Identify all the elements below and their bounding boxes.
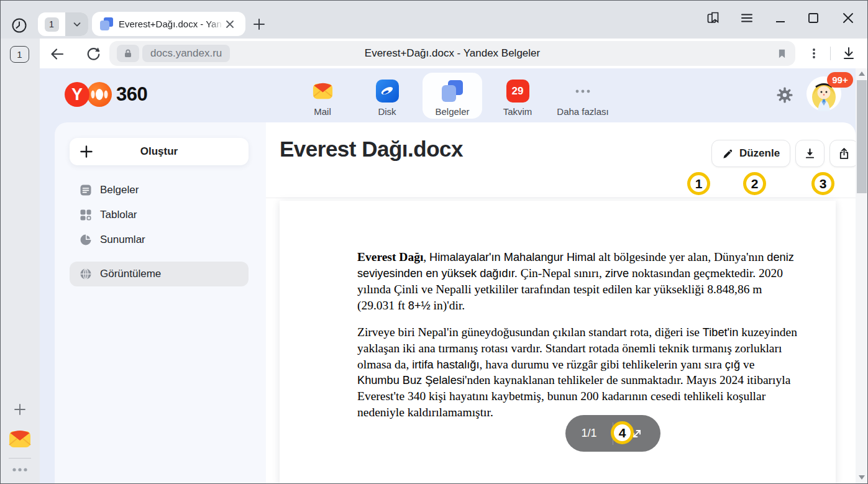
back-button[interactable] (47, 44, 67, 64)
yandex-360-logo[interactable]: Y 360 (65, 82, 147, 107)
create-button-label: Oluştur (70, 145, 249, 158)
browser-window: 1 Everest+Dağı.docx - Yan (0, 0, 868, 484)
scroll-up-arrow[interactable] (856, 68, 868, 79)
panel-more-icon[interactable] (10, 463, 30, 476)
settings-gear-icon[interactable] (774, 84, 795, 106)
sidebar-item-documents[interactable]: Belgeler (70, 178, 249, 203)
service-label: Daha fazlası (557, 106, 608, 117)
document-icon (80, 184, 92, 196)
tab-close-icon[interactable] (223, 17, 237, 31)
tab-group-thumbnail[interactable]: 1 (38, 12, 65, 36)
yandex-logo-letter: Y (65, 82, 89, 107)
new-tab-button[interactable] (250, 15, 268, 34)
app-content: Oluştur Belgeler Tablolar (55, 122, 856, 484)
tab-title: Everest+Dağı.docx - Yan (119, 19, 223, 29)
site-security-pill[interactable] (117, 45, 139, 62)
service-label: Takvim (503, 106, 532, 117)
document-text: Everest Dağı, Himalayalar'ın Mahalangur … (357, 249, 798, 431)
more-dots-icon (572, 80, 595, 103)
panel-add-icon[interactable] (10, 400, 30, 419)
tab-group[interactable]: 1 (38, 12, 88, 36)
service-more[interactable]: Daha fazlası (553, 73, 613, 119)
sidebar-item-tables[interactable]: Tablolar (70, 203, 249, 227)
scroll-down-arrow[interactable] (856, 472, 868, 483)
document-view-area: Everest Dağı.docx Düzenle E (266, 122, 856, 484)
edit-button-label: Düzenle (739, 147, 780, 160)
notification-badge: 99+ (827, 72, 853, 88)
browser-menu-icon[interactable] (737, 8, 757, 28)
edit-button[interactable]: Düzenle (711, 140, 790, 167)
share-document-button[interactable] (829, 140, 856, 167)
paragraph: Zirveye biri Nepal'in güneydoğusundan çı… (357, 324, 798, 421)
calendar-icon: 29 (506, 80, 529, 103)
docs-favicon (100, 17, 113, 30)
annotation-2: 2 (743, 172, 766, 195)
tab-group-expand-button[interactable] (65, 12, 88, 36)
disk-icon (376, 80, 399, 103)
tab-group-count-badge: 1 (45, 17, 59, 32)
sidebar-item-label: Belgeler (100, 184, 139, 196)
sidebar-item-viewing-selected[interactable]: Görüntüleme (70, 262, 249, 286)
maximize-button[interactable] (803, 8, 823, 28)
chevron-down-icon (71, 19, 83, 30)
logo-360-text: 360 (116, 83, 147, 106)
scrollbar-thumb[interactable] (857, 80, 867, 193)
sidebar-item-presentations[interactable]: Sunumlar (70, 227, 249, 252)
toolbar-separator (830, 47, 831, 60)
reload-button[interactable] (83, 44, 103, 64)
url-domain[interactable]: docs.yandex.ru (142, 45, 230, 62)
calendar-day-number: 29 (512, 85, 524, 98)
service-disk[interactable]: Disk (357, 73, 417, 119)
close-window-button[interactable] (838, 8, 858, 28)
mail-icon (311, 80, 334, 103)
tab-counter-badge[interactable]: 1 (10, 46, 29, 63)
panel-divider (9, 458, 31, 459)
bookmark-icon[interactable] (774, 46, 789, 61)
bookmarks-panel-icon[interactable] (703, 8, 723, 28)
sidebar-item-label: Sunumlar (100, 234, 145, 246)
share-icon (838, 147, 851, 160)
document-page: Everest Dağı, Himalayalar'ın Mahalangur … (280, 201, 836, 484)
app-sidebar: Oluştur Belgeler Tablolar (55, 122, 266, 484)
plus-icon (80, 145, 93, 158)
service-label: Disk (378, 106, 396, 117)
download-document-button[interactable] (795, 140, 825, 167)
page-scrollbar[interactable] (856, 68, 868, 484)
document-title: Everest Dağı.docx (280, 137, 463, 162)
lock-icon (123, 48, 133, 59)
pie-chart-icon (80, 234, 92, 246)
service-mail[interactable]: Mail (293, 73, 352, 119)
download-icon (803, 147, 816, 160)
annotation-1: 1 (687, 172, 710, 195)
browser-side-panel: 1 (0, 39, 40, 484)
paragraph: Everest Dağı, Himalayalar'ın Mahalangur … (357, 249, 798, 314)
logo-360-icon (87, 82, 112, 107)
annotation-4: 4 (611, 421, 634, 444)
service-label: Belgeler (435, 106, 469, 117)
globe-icon (80, 268, 92, 280)
web-page: Y 360 Mail Disk Belgeler (40, 68, 856, 484)
sidebar-item-label: Tablolar (100, 209, 137, 221)
minimize-button[interactable] (770, 8, 790, 28)
active-tab[interactable]: Everest+Dağı.docx - Yan (92, 12, 245, 36)
annotation-3: 3 (811, 172, 834, 195)
address-bar[interactable]: docs.yandex.ru Everest+Dağı.docx - Yande… (109, 41, 795, 66)
create-button[interactable]: Oluştur (70, 138, 249, 165)
yandex-mail-icon[interactable] (8, 429, 32, 449)
history-clock-icon[interactable] (10, 16, 29, 35)
tab-bar: 1 Everest+Dağı.docx - Yan (0, 0, 868, 39)
sidebar-item-label: Görüntüleme (100, 268, 161, 280)
page-indicator: 1/1 (565, 427, 613, 440)
toolbar-more-icon[interactable] (805, 45, 823, 62)
service-docs-selected[interactable]: Belgeler (423, 73, 482, 119)
service-calendar[interactable]: 29 Takvim (488, 73, 547, 119)
table-grid-icon (80, 209, 92, 221)
docs-icon (441, 80, 464, 103)
downloads-icon[interactable] (839, 43, 859, 63)
service-label: Mail (314, 106, 331, 117)
pencil-icon (722, 148, 734, 160)
header-divider (266, 198, 856, 198)
browser-toolbar: docs.yandex.ru Everest+Dağı.docx - Yande… (40, 39, 868, 68)
